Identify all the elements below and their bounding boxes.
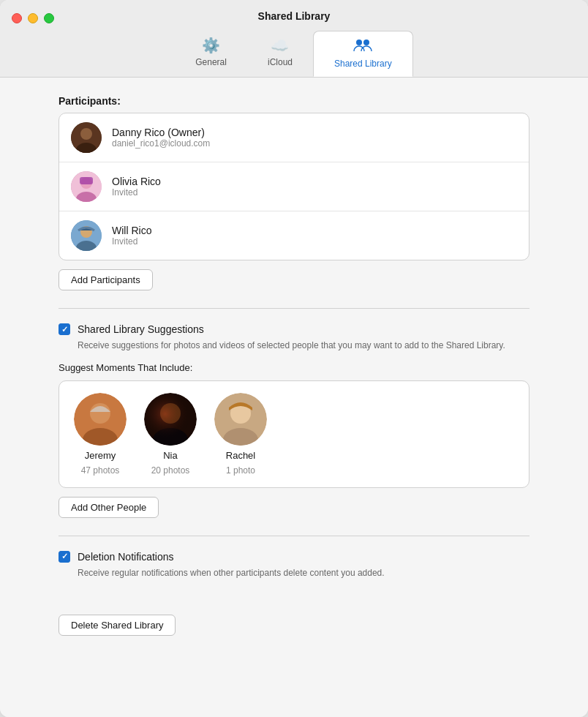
avatar — [71, 171, 102, 202]
participants-list: Danny Rico (Owner) daniel_rico1@icloud.c… — [59, 113, 529, 260]
avatar — [74, 393, 127, 446]
add-other-people-button[interactable]: Add Other People — [59, 497, 159, 518]
list-item[interactable]: Jeremy 47 photos — [74, 393, 127, 476]
person-name: Jeremy — [85, 450, 116, 461]
participant-email: daniel_rico1@icloud.com — [112, 138, 210, 149]
person-name: Nia — [163, 450, 178, 461]
table-row: Will Rico Invited — [59, 211, 529, 260]
avatar — [144, 393, 197, 446]
table-row: Olivia Rico Invited — [59, 162, 529, 211]
minimize-button[interactable] — [28, 13, 38, 23]
window-title: Shared Library — [258, 10, 331, 22]
person-photo-count: 47 photos — [81, 465, 120, 476]
tab-general-label: General — [195, 57, 227, 67]
list-item[interactable]: Nia 20 photos — [144, 393, 197, 476]
svg-point-0 — [356, 40, 362, 45]
gear-icon: ⚙️ — [202, 37, 220, 54]
suggestions-checkbox-row: Shared Library Suggestions — [59, 323, 529, 335]
person-photo-count: 20 photos — [151, 465, 190, 476]
cloud-icon: ☁️ — [271, 37, 289, 54]
deletion-section: Deletion Notifications Receive regular n… — [59, 551, 529, 579]
avatar — [71, 122, 102, 153]
tab-icloud[interactable]: ☁️ iCloud — [247, 31, 313, 77]
avatar — [71, 220, 102, 251]
participant-status: Invited — [112, 187, 161, 198]
shared-library-icon — [353, 37, 372, 56]
people-grid: Jeremy 47 photos — [59, 380, 529, 488]
toolbar: ⚙️ General ☁️ iCloud Shared Library — [175, 31, 412, 77]
participant-name: Olivia Rico — [112, 176, 161, 187]
suggest-moments-label: Suggest Moments That Include: — [59, 362, 529, 373]
participant-name: Danny Rico (Owner) — [112, 127, 210, 138]
suggestions-section: Shared Library Suggestions Receive sugge… — [59, 323, 529, 518]
deletion-description: Receive regular notifications when other… — [78, 567, 529, 579]
close-button[interactable] — [12, 13, 22, 23]
list-item[interactable]: Rachel 1 photo — [214, 393, 267, 476]
participant-info: Danny Rico (Owner) daniel_rico1@icloud.c… — [112, 127, 210, 149]
deletion-checkbox[interactable] — [59, 551, 70, 563]
traffic-lights — [12, 13, 54, 23]
delete-shared-library-button[interactable]: Delete Shared Library — [59, 615, 176, 636]
participants-label: Participants: — [59, 95, 529, 107]
suggestions-checkbox-label: Shared Library Suggestions — [78, 323, 204, 335]
svg-point-3 — [80, 128, 92, 140]
participant-info: Will Rico Invited — [112, 225, 151, 247]
deletion-checkbox-row: Deletion Notifications — [59, 551, 529, 563]
divider-2 — [59, 536, 529, 536]
deletion-checkbox-label: Deletion Notifications — [78, 551, 174, 563]
suggestions-description: Receive suggestions for photos and video… — [78, 339, 529, 352]
tab-icloud-label: iCloud — [268, 57, 293, 67]
maximize-button[interactable] — [44, 13, 54, 23]
avatar — [214, 393, 267, 446]
tab-shared-library[interactable]: Shared Library — [313, 31, 413, 77]
participant-name: Will Rico — [112, 225, 151, 236]
title-bar: Shared Library ⚙️ General ☁️ iCloud — [0, 0, 588, 78]
tab-shared-library-label: Shared Library — [334, 59, 392, 69]
participant-status: Invited — [112, 236, 151, 247]
svg-rect-7 — [80, 177, 93, 184]
content-area: Participants: Danny Rico (Owner) daniel_… — [0, 78, 588, 717]
tab-general[interactable]: ⚙️ General — [175, 31, 247, 77]
main-window: Shared Library ⚙️ General ☁️ iCloud — [0, 0, 588, 717]
add-participants-button[interactable]: Add Participants — [59, 269, 153, 290]
svg-point-1 — [363, 40, 369, 45]
divider-1 — [59, 308, 529, 309]
svg-point-18 — [144, 393, 197, 446]
person-photo-count: 1 photo — [226, 465, 255, 476]
table-row: Danny Rico (Owner) daniel_rico1@icloud.c… — [59, 113, 529, 162]
participant-info: Olivia Rico Invited — [112, 176, 161, 198]
participants-section: Participants: Danny Rico (Owner) daniel_… — [59, 95, 529, 290]
person-name: Rachel — [226, 450, 255, 461]
suggestions-checkbox[interactable] — [59, 323, 70, 335]
